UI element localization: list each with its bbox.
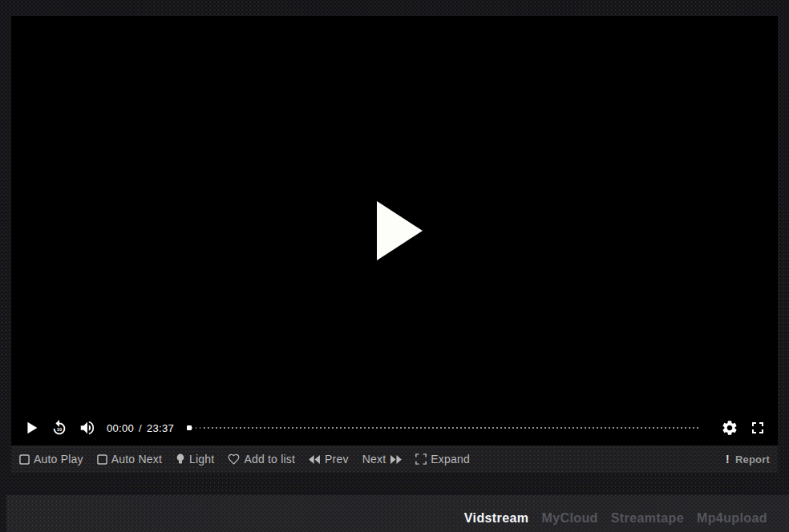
light-toggle[interactable]: Light [176, 453, 214, 466]
next-icon [390, 455, 402, 464]
auto-play-label: Auto Play [34, 453, 83, 466]
settings-button[interactable] [719, 417, 740, 438]
next-episode-button[interactable]: Next [362, 453, 403, 466]
expand-icon [415, 453, 427, 465]
current-time: 00:00 [107, 422, 134, 434]
server-tab-vidstream[interactable]: Vidstream [464, 511, 529, 526]
play-icon [22, 419, 40, 437]
fullscreen-icon [748, 418, 767, 437]
server-tab-streamtape[interactable]: Streamtape [611, 511, 684, 526]
settings-gear-icon [721, 419, 738, 437]
prev-label: Prev [325, 453, 349, 466]
light-label: Light [189, 453, 214, 466]
prev-icon [309, 455, 321, 464]
rewind-10-icon: 10 [51, 419, 68, 437]
duration: 23:37 [147, 422, 174, 434]
time-display: 00:00 / 23:37 [107, 422, 174, 434]
server-tab-mycloud[interactable]: MyCloud [541, 511, 597, 526]
add-to-list-button[interactable]: Add to list [228, 453, 295, 466]
server-list-panel: Vidstream MyCloud Streamtape Mp4upload [6, 495, 789, 532]
fullscreen-button[interactable] [747, 417, 768, 438]
report-icon: ! [726, 453, 730, 466]
auto-next-toggle[interactable]: Auto Next [97, 453, 162, 466]
volume-button[interactable] [77, 417, 98, 438]
player-toolbar: Auto Play Auto Next Light Add to list [11, 445, 778, 473]
auto-next-label: Auto Next [111, 453, 162, 466]
next-label: Next [362, 453, 386, 466]
progress-bar[interactable] [188, 427, 699, 429]
time-separator: / [139, 422, 142, 434]
volume-icon [79, 419, 96, 437]
heart-icon [228, 453, 240, 465]
video-player[interactable]: 10 00:00 / 23:37 [11, 16, 778, 445]
server-tab-mp4upload[interactable]: Mp4upload [697, 511, 767, 526]
prev-episode-button[interactable]: Prev [309, 453, 349, 466]
big-play-icon[interactable] [377, 201, 423, 260]
svg-text:10: 10 [57, 427, 63, 432]
play-button[interactable] [21, 417, 42, 438]
player-control-bar: 10 00:00 / 23:37 [11, 410, 778, 445]
auto-play-toggle[interactable]: Auto Play [19, 453, 83, 466]
report-button[interactable]: ! Report [726, 453, 770, 466]
progress-scrubber[interactable] [187, 425, 192, 430]
checkbox-icon [19, 454, 30, 465]
add-to-list-label: Add to list [244, 453, 295, 466]
report-label: Report [735, 453, 770, 466]
expand-button[interactable]: Expand [415, 453, 470, 466]
rewind-10-button[interactable]: 10 [49, 417, 70, 438]
light-bulb-icon [176, 453, 185, 466]
checkbox-icon [97, 454, 107, 465]
expand-label: Expand [431, 453, 470, 466]
